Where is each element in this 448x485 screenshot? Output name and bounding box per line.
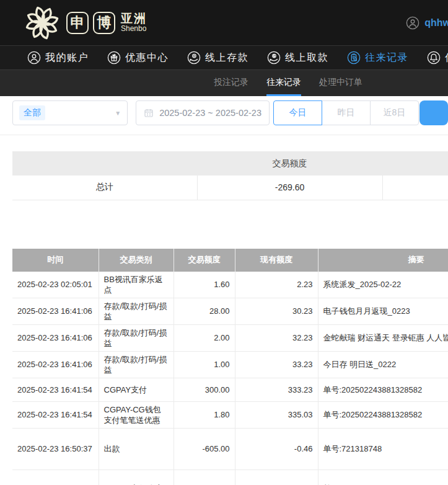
cell-amount: 300.00 [173, 378, 235, 401]
cell-type: CGPAY支付 [99, 378, 173, 401]
summary-total-label: 总计 [12, 176, 197, 200]
summary-total-row: 总计 -269.60 [12, 176, 448, 200]
nav-item-promotions[interactable]: 优惠中心 [107, 51, 169, 65]
col-header-type: 交易类别 [99, 249, 173, 272]
tab-betting-records[interactable]: 投注记录 [214, 70, 248, 96]
records-icon [347, 51, 361, 65]
date-range-value: 2025-02-23 ~ 2025-02-23 [159, 108, 261, 118]
type-select-value: 全部 [19, 105, 45, 120]
table-row: 2025-02-23 16:41:06 存款/取款/打码/损益 1.00 33.… [12, 351, 448, 378]
date-range-input[interactable]: 2025-02-23 ~ 2025-02-23 [136, 100, 270, 125]
cell-type: 存款/取款/打码/损益 [99, 351, 173, 378]
cell-type: 存款/取款/打码/损益 [99, 324, 173, 351]
cell-amount: -605.00 [173, 428, 235, 469]
table-row: 2025-02-23 16:50:37 出款 -605.00 -0.46 单号:… [12, 428, 448, 469]
table-row: 2025-02-23 16:41:06 存款/取款/打码/损益 28.00 30… [12, 298, 448, 324]
cell-time: 2025-02-23 16:50:37 [12, 469, 99, 485]
cell-balance: 335.03 [235, 401, 318, 428]
withdraw-icon [267, 51, 281, 65]
cell-balance: 33.23 [235, 351, 318, 378]
col-header-time: 时间 [12, 249, 99, 272]
nav-item-online-withdrawal[interactable]: 线上取款 [267, 51, 328, 65]
cell-time: 2025-02-23 16:41:54 [12, 401, 99, 428]
cell-type: CGPAY-CG钱包支付笔笔送优惠 [99, 401, 173, 428]
nav-item-transaction-records[interactable]: 往来记录 [347, 51, 408, 65]
cell-type: 出款 [99, 428, 173, 469]
nav-item-messages[interactable]: 信 [427, 51, 448, 65]
brand-char-shen: 申 [66, 12, 89, 34]
cell-balance: -0.46 [235, 428, 318, 469]
tab-transaction-records[interactable]: 往来记录 [266, 70, 301, 96]
cell-time: 2025-02-23 16:41:06 [12, 351, 99, 378]
username-text[interactable]: qhhw [424, 17, 448, 29]
summary-empty-cell [382, 176, 448, 200]
brand-logo[interactable]: 申 博 亚洲 Shenbo [22, 4, 147, 42]
cell-time: 2025-02-23 16:41:06 [12, 298, 99, 324]
nav-item-my-account[interactable]: 我的账户 [27, 51, 89, 65]
cell-note: 系统派发_2025-02-22 [318, 272, 448, 298]
cell-note: 单号:721318748 [318, 469, 448, 485]
cell-amount: 1.00 [173, 351, 235, 378]
yesterday-button[interactable]: 昨日 [322, 100, 371, 125]
nav-item-online-deposit[interactable]: 线上存款 [187, 51, 248, 65]
type-select[interactable]: 全部 ▼ [12, 100, 128, 125]
cell-balance: 32.23 [235, 324, 318, 351]
col-header-balance: 现有额度 [235, 249, 318, 272]
cell-balance: 333.23 [235, 378, 318, 401]
summary-header-amount: 交易额度 [197, 151, 382, 176]
cell-amount: 28.00 [173, 298, 235, 324]
summary-table: 交易额度 总计 -269.60 [12, 151, 448, 200]
nav-label: 线上存款 [205, 51, 248, 65]
records-table: 时间 交易类别 交易额度 现有额度 摘要 2025-02-23 02:05:01… [12, 249, 448, 485]
table-row: 2025-02-23 16:50:37 CGPAY出款优惠 1.00 0.53 … [12, 469, 448, 485]
cell-amount: 1.80 [173, 401, 235, 428]
nav-label: 我的账户 [45, 51, 89, 65]
table-row: 2025-02-23 02:05:01 BB视讯百家乐返点 1.60 2.23 … [12, 272, 448, 298]
nav-label: 信 [445, 51, 448, 65]
last-8-days-button[interactable]: 近8日 [370, 100, 419, 125]
today-button[interactable]: 今日 [273, 100, 322, 125]
table-row: 2025-02-23 16:41:54 CGPAY-CG钱包支付笔笔送优惠 1.… [12, 401, 448, 428]
col-header-note: 摘要 [318, 249, 448, 272]
cell-note: 单号:202502243881328582 [318, 378, 448, 401]
cell-balance: 0.53 [235, 469, 318, 485]
nav-label: 线上取款 [285, 51, 328, 65]
brand-char-bo: 博 [93, 12, 115, 34]
nav-label: 往来记录 [365, 51, 408, 65]
brand-region-en: Shenbo [121, 25, 147, 33]
cell-amount: 1.00 [173, 469, 235, 485]
cell-type: CGPAY出款优惠 [99, 469, 173, 485]
calendar-icon [144, 108, 154, 118]
nav-label: 优惠中心 [125, 51, 169, 65]
user-account[interactable]: qhhw [406, 16, 448, 30]
bell-icon [427, 51, 441, 65]
cell-type: 存款/取款/打码/损益 [99, 298, 173, 324]
query-button[interactable] [419, 100, 448, 125]
cell-time: 2025-02-23 16:41:06 [12, 324, 99, 351]
records-body: 2025-02-23 02:05:01 BB视讯百家乐返点 1.60 2.23 … [12, 272, 448, 485]
cell-note: 单号:202502243881328582 [318, 401, 448, 428]
table-row: 2025-02-23 16:41:54 CGPAY支付 300.00 333.2… [12, 378, 448, 401]
summary-header-spacer [382, 151, 448, 176]
user-icon [27, 51, 41, 65]
cell-note: 电子钱包月月返现_0223 [318, 298, 448, 324]
summary-header-spacer [12, 151, 197, 176]
cell-type: BB视讯百家乐返点 [99, 272, 173, 298]
gift-icon [107, 51, 121, 65]
table-row: 2025-02-23 16:41:06 存款/取款/打码/损益 2.00 32.… [12, 324, 448, 351]
cell-note: 今日存 明日送_0222 [318, 351, 448, 378]
main-nav: 我的账户 优惠中心 线上存款 线上取款 往来记录 [0, 45, 448, 69]
records-header-row: 时间 交易类别 交易额度 现有额度 摘要 [12, 249, 448, 272]
brand-region: 亚洲 Shenbo [121, 12, 147, 33]
cell-time: 2025-02-23 16:41:54 [12, 378, 99, 401]
deposit-icon [187, 51, 201, 65]
cell-time: 2025-02-23 16:50:37 [12, 428, 99, 469]
cell-time: 2025-02-23 02:05:01 [12, 272, 99, 298]
user-avatar-icon [406, 16, 419, 30]
cell-amount: 1.60 [173, 272, 235, 298]
summary-header-row: 交易额度 [12, 151, 448, 176]
topbar: 申 博 亚洲 Shenbo qhhw [0, 0, 448, 45]
record-tabs: 投注记录 往来记录 处理中订单 [0, 69, 448, 96]
quick-range-group: 今日 昨日 近8日 [273, 100, 419, 125]
tab-processing-orders[interactable]: 处理中订单 [319, 70, 362, 96]
